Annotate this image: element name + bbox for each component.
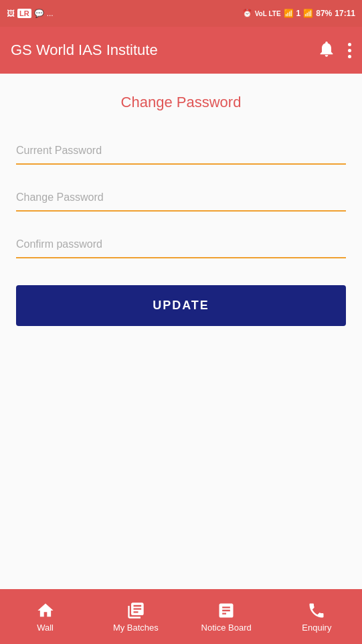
my-batches-icon [126, 601, 145, 620]
main-content: Change Password UPDATE [0, 74, 362, 589]
current-password-input[interactable] [16, 138, 346, 165]
alarm-icon: ⏰ [242, 9, 252, 18]
more-options-icon[interactable] [348, 43, 351, 58]
update-button[interactable]: UPDATE [16, 285, 346, 326]
change-password-group [16, 185, 346, 212]
nav-label-enquiry: Enquiry [302, 623, 331, 633]
current-password-group [16, 138, 346, 165]
app-title: GS World IAS Institute [11, 42, 158, 59]
lr-icon: LR [17, 9, 31, 18]
nav-item-enquiry[interactable]: Enquiry [272, 589, 362, 644]
photo-icon: 🖼 [7, 9, 15, 18]
status-right: ⏰ VoL LTE 📶 1 📶 87% 17:11 [242, 9, 355, 18]
change-password-input[interactable] [16, 185, 346, 212]
dot3 [348, 55, 351, 58]
notification-bell-icon[interactable] [317, 39, 336, 61]
nav-item-notice-board[interactable]: Notice Board [181, 589, 272, 644]
nav-item-wall[interactable]: Wall [0, 589, 90, 644]
page-title: Change Password [16, 94, 346, 111]
nav-item-my-batches[interactable]: My Batches [90, 589, 181, 644]
status-left: 🖼 LR 💬 ... [7, 9, 54, 18]
nav-label-my-batches: My Batches [113, 623, 159, 633]
header-icons [317, 39, 351, 61]
app-header: GS World IAS Institute [0, 27, 362, 74]
dots-status: ... [47, 9, 54, 18]
message-icon: 💬 [34, 9, 44, 18]
time-display: 17:11 [335, 9, 355, 18]
battery-percent: 87% [316, 9, 332, 18]
bell-svg [317, 39, 336, 58]
status-bar: 🖼 LR 💬 ... ⏰ VoL LTE 📶 1 📶 87% 17:11 [0, 0, 362, 27]
dot2 [348, 49, 351, 52]
enquiry-icon [307, 601, 326, 620]
sim-icon: 1 [296, 9, 301, 18]
bottom-nav: Wall My Batches Notice Board Enquiry [0, 589, 362, 644]
confirm-password-input[interactable] [16, 232, 346, 258]
confirm-password-group [16, 232, 346, 258]
vol-lte-icon: VoL LTE [255, 10, 281, 17]
notice-board-icon [217, 601, 236, 620]
wifi-icon: 📶 [284, 9, 294, 18]
signal-bars: 📶 [303, 9, 313, 18]
wall-home-icon [36, 601, 55, 620]
dot1 [348, 43, 351, 46]
nav-label-notice-board: Notice Board [201, 623, 252, 633]
nav-label-wall: Wall [37, 623, 54, 633]
